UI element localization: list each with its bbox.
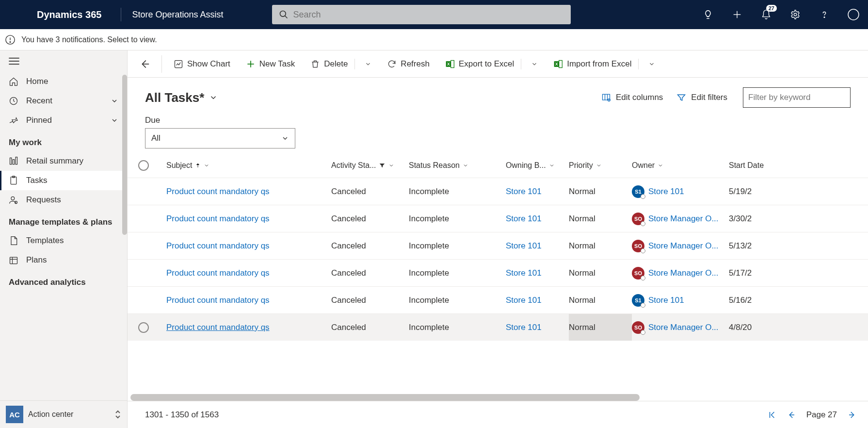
chevron-down-icon[interactable] xyxy=(531,61,538,67)
gear-icon[interactable] xyxy=(789,9,801,20)
col-label: Start Date xyxy=(729,161,764,170)
first-page-button[interactable] xyxy=(768,411,776,419)
priority-cell: Normal xyxy=(569,268,632,278)
owning-bu-link[interactable]: Store 101 xyxy=(506,296,542,305)
table-row[interactable]: Product count mandatory qs Canceled Inco… xyxy=(128,286,868,313)
subject-link[interactable]: Product count mandatory qs xyxy=(166,214,270,223)
cmd-label: Export to Excel xyxy=(459,59,514,69)
brand-name: Dynamics 365 xyxy=(0,9,115,20)
show-chart-button[interactable]: Show Chart xyxy=(167,56,237,72)
row-checkbox[interactable] xyxy=(138,322,149,333)
svg-point-4 xyxy=(794,13,797,16)
nav-recent[interactable]: Recent xyxy=(0,91,127,111)
owning-bu-link[interactable]: Store 101 xyxy=(506,214,542,223)
col-owning-bu[interactable]: Owning B... xyxy=(506,161,569,170)
area-switcher[interactable]: AC Action center xyxy=(0,400,127,428)
col-subject[interactable]: Subject xyxy=(166,161,331,170)
nav-home[interactable]: Home xyxy=(0,72,127,91)
subject-link[interactable]: Product count mandatory qs xyxy=(166,296,270,305)
back-button[interactable] xyxy=(132,55,157,73)
svg-point-6 xyxy=(848,9,859,20)
new-task-button[interactable]: New Task xyxy=(239,56,302,72)
nav-plans[interactable]: Plans xyxy=(0,250,127,270)
col-label: Subject xyxy=(166,161,192,170)
chevron-down-icon[interactable] xyxy=(648,61,655,67)
nav-templates[interactable]: Templates xyxy=(0,231,127,250)
owner-link[interactable]: Store Manager O... xyxy=(648,268,719,278)
refresh-button[interactable]: Refresh xyxy=(380,56,436,72)
horizontal-scrollbar[interactable] xyxy=(130,394,865,401)
col-start-date[interactable]: Start Date xyxy=(729,161,777,170)
separator xyxy=(638,59,639,69)
subject-link[interactable]: Product count mandatory qs xyxy=(166,187,270,196)
owning-bu-link[interactable]: Store 101 xyxy=(506,241,542,250)
chevron-down-icon xyxy=(111,97,118,105)
table-row[interactable]: Product count mandatory qs Canceled Inco… xyxy=(128,205,868,232)
chevron-down-icon[interactable] xyxy=(365,61,371,67)
owner-avatar: S1 xyxy=(632,294,644,307)
nav-tasks[interactable]: Tasks xyxy=(0,171,127,190)
subject-link[interactable]: Product count mandatory qs xyxy=(166,241,270,250)
separator xyxy=(521,59,521,69)
delete-button[interactable]: Delete xyxy=(304,56,378,72)
subject-link[interactable]: Product count mandatory qs xyxy=(166,268,270,278)
col-status-reason[interactable]: Status Reason xyxy=(409,161,506,170)
refresh-icon xyxy=(387,59,397,69)
view-selector[interactable]: All Tasks* xyxy=(145,90,218,105)
table-row[interactable]: Product count mandatory qs Canceled Inco… xyxy=(128,232,868,259)
search-input[interactable] xyxy=(293,10,564,20)
edit-filters-button[interactable]: Edit filters xyxy=(676,93,727,102)
global-search[interactable] xyxy=(272,5,571,24)
export-button[interactable]: X Export to Excel xyxy=(438,56,545,72)
top-bar: Dynamics 365 Store Operations Assist 27 xyxy=(0,0,868,29)
owner-link[interactable]: Store Manager O... xyxy=(648,241,719,251)
keyword-input[interactable] xyxy=(748,93,845,102)
keyword-filter[interactable] xyxy=(743,87,851,108)
notifications-icon[interactable]: 27 xyxy=(760,9,772,20)
col-activity-status[interactable]: Activity Sta... xyxy=(331,161,409,170)
nav-label: Pinned xyxy=(26,115,52,125)
nav-label: Templates xyxy=(26,236,64,246)
sidebar-scrollbar[interactable] xyxy=(122,75,127,235)
account-icon[interactable] xyxy=(848,9,859,20)
table-row[interactable]: Product count mandatory qs Canceled Inco… xyxy=(128,313,868,341)
owner-link[interactable]: Store Manager O... xyxy=(648,214,719,224)
owner-avatar: SO xyxy=(632,267,644,280)
due-dropdown[interactable]: All xyxy=(145,128,295,148)
svg-rect-15 xyxy=(13,160,14,165)
view-act-label: Edit filters xyxy=(691,93,727,102)
plus-icon[interactable] xyxy=(731,9,743,20)
prev-page-button[interactable] xyxy=(787,411,796,419)
col-priority[interactable]: Priority xyxy=(569,161,632,170)
select-all-checkbox[interactable] xyxy=(138,160,149,171)
nav-retail-summary[interactable]: Retail summary xyxy=(0,151,127,171)
owner-avatar: SO xyxy=(632,240,644,252)
activity-status-cell: Canceled xyxy=(331,323,409,332)
cmd-label: New Task xyxy=(259,59,295,69)
hamburger-button[interactable] xyxy=(0,50,127,72)
chevron-down-icon xyxy=(281,134,289,142)
col-label: Owning B... xyxy=(506,161,546,170)
help-icon[interactable] xyxy=(819,9,830,20)
next-page-button[interactable] xyxy=(848,411,856,419)
owning-bu-link[interactable]: Store 101 xyxy=(506,187,542,196)
nav-pinned[interactable]: Pinned xyxy=(0,111,127,130)
edit-columns-button[interactable]: Edit columns xyxy=(601,93,663,102)
col-owner[interactable]: Owner xyxy=(632,161,729,170)
owner-link[interactable]: Store 101 xyxy=(648,187,684,197)
import-button[interactable]: X Import from Excel xyxy=(547,56,662,72)
table-row[interactable]: Product count mandatory qs Canceled Inco… xyxy=(128,259,868,286)
tasks-grid: Subject Activity Sta... Status Reason Ow… xyxy=(128,153,868,401)
chevron-down-icon xyxy=(111,116,118,124)
owner-link[interactable]: Store Manager O... xyxy=(648,323,719,332)
owner-link[interactable]: Store 101 xyxy=(648,296,684,305)
notification-bar[interactable]: You have 3 notifications. Select to view… xyxy=(0,29,868,50)
nav-label: Home xyxy=(26,77,48,86)
table-row[interactable]: Product count mandatory qs Canceled Inco… xyxy=(128,178,868,205)
svg-rect-21 xyxy=(10,257,17,263)
owning-bu-link[interactable]: Store 101 xyxy=(506,323,542,332)
nav-requests[interactable]: Requests xyxy=(0,190,127,210)
subject-link[interactable]: Product count mandatory qs xyxy=(166,323,270,332)
lightbulb-icon[interactable] xyxy=(702,9,714,20)
owning-bu-link[interactable]: Store 101 xyxy=(506,268,542,278)
